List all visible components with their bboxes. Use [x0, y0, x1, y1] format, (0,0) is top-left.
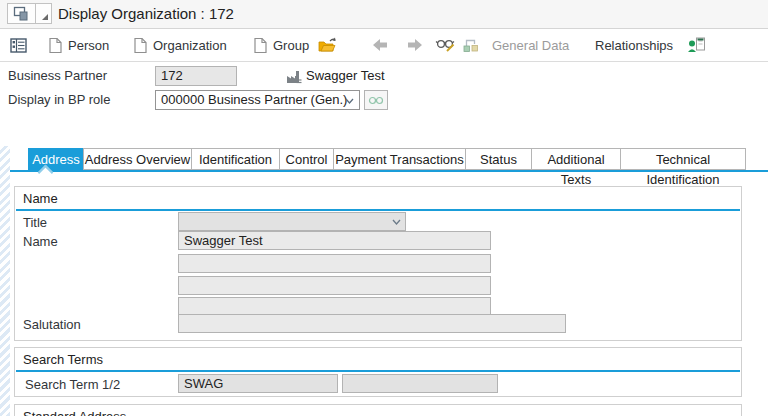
group-button-label: Group [273, 38, 309, 53]
sap-gui-window: Display Organization : 172 Person [0, 0, 768, 416]
title-bar: Display Organization : 172 [0, 0, 768, 29]
tab-control[interactable]: Control [279, 148, 334, 170]
search-term-1-field[interactable]: SWAG [178, 374, 338, 393]
tab-address[interactable]: Address [28, 148, 84, 170]
titlebar-button-group [7, 3, 52, 24]
document-icon [48, 37, 63, 54]
relationships-button[interactable]: Relationships [595, 29, 673, 61]
organization-factory-icon [286, 69, 302, 84]
tab-identification[interactable]: Identification [191, 148, 280, 170]
overview-grid-icon [10, 37, 27, 54]
search-terms-section-header: Search Terms [16, 350, 740, 372]
document-icon [133, 37, 148, 54]
open-bp-button[interactable] [317, 29, 337, 61]
bp-role-details-button[interactable] [364, 90, 388, 110]
business-partner-field[interactable]: 172 [155, 66, 237, 86]
application-toolbar: Person Organization Group [0, 29, 768, 62]
tab-underline [10, 170, 768, 172]
search-term-2-field[interactable] [342, 374, 498, 393]
person-card-icon [687, 36, 706, 54]
arrow-right-icon [406, 37, 424, 53]
open-folder-icon [317, 36, 337, 54]
organization-button[interactable]: Organization [133, 29, 227, 61]
business-partner-label: Business Partner [8, 66, 107, 86]
search-terms-group-box: Search Terms Search Term 1/2 SWAG [14, 347, 742, 397]
organization-button-label: Organization [153, 38, 227, 53]
display-change-button[interactable] [435, 29, 456, 61]
overview-button[interactable] [10, 29, 27, 61]
document-icon [253, 37, 268, 54]
name-section-header: Name [16, 189, 740, 211]
hierarchy-icon [462, 37, 481, 54]
standard-address-group-box: Standard Address [14, 404, 742, 416]
arrow-left-icon [371, 37, 389, 53]
name-label: Name [23, 232, 58, 251]
bp-role-value: 000000 Business Partner (Gen.) [161, 92, 347, 107]
bp-role-grouping-button[interactable] [462, 29, 481, 61]
person-button-label: Person [68, 38, 109, 53]
name-field-2[interactable] [178, 254, 491, 273]
services-icon [13, 6, 31, 22]
page-title: Display Organization : 172 [58, 0, 234, 28]
corner-triangle-icon [42, 14, 48, 20]
tab-additional-texts[interactable]: Additional Texts [531, 148, 621, 170]
title-dropdown[interactable] [178, 212, 406, 231]
salutation-field[interactable] [178, 314, 566, 333]
name-field-3[interactable] [178, 276, 491, 295]
standard-address-section-header: Standard Address [16, 407, 740, 416]
services-button[interactable] [7, 3, 36, 24]
role-glasses-icon [368, 95, 384, 106]
title-label: Title [23, 213, 47, 232]
business-partner-name: Swagger Test [306, 66, 385, 86]
search-term-label: Search Term 1/2 [25, 375, 120, 394]
bp-role-combobox[interactable]: 000000 Business Partner (Gen.) [155, 90, 360, 110]
tab-technical-identification[interactable]: Technical Identification [620, 148, 746, 170]
name-field-1[interactable]: Swagger Test [178, 231, 491, 250]
chevron-down-icon [345, 98, 354, 104]
chevron-down-icon [392, 219, 401, 225]
general-data-button[interactable]: General Data [492, 29, 569, 61]
forward-button[interactable] [406, 29, 424, 61]
bp-relationships-button[interactable] [687, 29, 706, 61]
display-change-glasses-icon [435, 36, 456, 54]
tab-strip: Address Address Overview Identification … [28, 148, 746, 170]
bp-role-label: Display in BP role [8, 90, 110, 110]
tab-payment-transactions[interactable]: Payment Transactions [333, 148, 466, 170]
general-data-label: General Data [492, 38, 569, 53]
screen-options-button[interactable] [35, 3, 52, 24]
person-button[interactable]: Person [48, 29, 109, 61]
left-edge-stripes [0, 146, 10, 416]
tab-status[interactable]: Status [465, 148, 532, 170]
back-button[interactable] [371, 29, 389, 61]
tab-address-overview[interactable]: Address Overview [83, 148, 192, 170]
relationships-label: Relationships [595, 38, 673, 53]
group-button[interactable]: Group [253, 29, 309, 61]
name-group-box: Name Title Name Swagger Test Salutation [14, 186, 742, 341]
salutation-label: Salutation [23, 315, 81, 334]
